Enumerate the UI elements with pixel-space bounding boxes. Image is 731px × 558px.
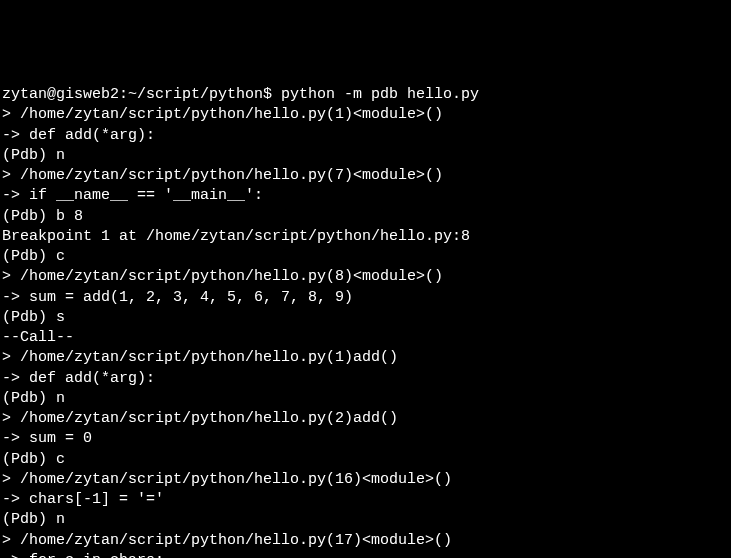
terminal-line: -> chars[-1] = '=': [2, 490, 729, 510]
terminal-line: (Pdb) n: [2, 146, 729, 166]
terminal-output[interactable]: zytan@gisweb2:~/script/python$ python -m…: [2, 85, 729, 558]
terminal-line: > /home/zytan/script/python/hello.py(2)a…: [2, 409, 729, 429]
terminal-line: (Pdb) b 8: [2, 207, 729, 227]
terminal-line: > /home/zytan/script/python/hello.py(17)…: [2, 531, 729, 551]
terminal-line: Breakpoint 1 at /home/zytan/script/pytho…: [2, 227, 729, 247]
terminal-line: > /home/zytan/script/python/hello.py(8)<…: [2, 267, 729, 287]
terminal-line: > /home/zytan/script/python/hello.py(1)<…: [2, 105, 729, 125]
terminal-line: -> def add(*arg):: [2, 369, 729, 389]
terminal-line: -> if __name__ == '__main__':: [2, 186, 729, 206]
terminal-line: (Pdb) s: [2, 308, 729, 328]
terminal-line: (Pdb) n: [2, 510, 729, 530]
terminal-line: (Pdb) c: [2, 247, 729, 267]
terminal-line: (Pdb) n: [2, 389, 729, 409]
terminal-line: -> sum = add(1, 2, 3, 4, 5, 6, 7, 8, 9): [2, 288, 729, 308]
terminal-line: zytan@gisweb2:~/script/python$ python -m…: [2, 85, 729, 105]
terminal-line: -> sum = 0: [2, 429, 729, 449]
terminal-line: > /home/zytan/script/python/hello.py(7)<…: [2, 166, 729, 186]
terminal-line: > /home/zytan/script/python/hello.py(1)a…: [2, 348, 729, 368]
terminal-line: --Call--: [2, 328, 729, 348]
terminal-line: -> for c in chars:: [2, 551, 729, 558]
terminal-line: > /home/zytan/script/python/hello.py(16)…: [2, 470, 729, 490]
terminal-line: (Pdb) c: [2, 450, 729, 470]
terminal-line: -> def add(*arg):: [2, 126, 729, 146]
